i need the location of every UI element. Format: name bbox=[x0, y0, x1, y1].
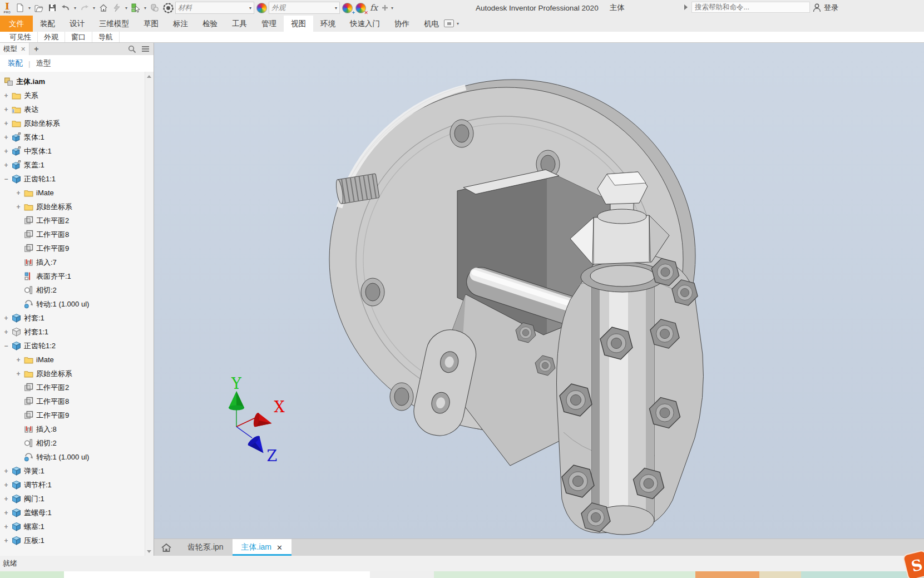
parameters-fx-icon[interactable]: fx bbox=[368, 2, 380, 14]
ribbon-tab-管理[interactable]: 管理 bbox=[254, 16, 284, 32]
open-file-icon[interactable] bbox=[33, 2, 45, 14]
tree-item[interactable]: 工作平面9 bbox=[0, 408, 145, 422]
search-flyout-icon[interactable] bbox=[684, 4, 688, 10]
tree-item[interactable]: +表达 bbox=[0, 102, 145, 116]
tree-expander[interactable]: − bbox=[2, 342, 10, 350]
material-dropdown[interactable]: 材料▾ bbox=[175, 2, 254, 14]
presentation-mode-button[interactable]: ▾ bbox=[444, 19, 460, 27]
tree-expander[interactable]: + bbox=[2, 537, 10, 545]
tree-expander[interactable]: + bbox=[14, 370, 22, 378]
tree-item[interactable]: +原始坐标系 bbox=[0, 116, 145, 130]
tree-item[interactable]: 工作平面8 bbox=[0, 394, 145, 408]
tree-item[interactable]: 工作平面2 bbox=[0, 214, 145, 228]
material-sphere-icon[interactable] bbox=[162, 2, 174, 14]
tree-item[interactable]: +iMate bbox=[0, 186, 145, 200]
home-tab-button[interactable] bbox=[154, 539, 179, 556]
save-icon[interactable] bbox=[46, 2, 58, 14]
doc-tab-齿轮泵.ipn[interactable]: 齿轮泵.ipn bbox=[179, 539, 233, 556]
tree-expander[interactable]: − bbox=[2, 175, 10, 183]
mode-modeling[interactable]: 造型 bbox=[36, 58, 51, 68]
ribbon-tab-三维模型[interactable]: 三维模型 bbox=[92, 16, 136, 32]
tree-item[interactable]: +螺塞:1 bbox=[0, 520, 145, 533]
select-icon[interactable] bbox=[130, 2, 142, 14]
tree-item[interactable]: −正齿轮1:2 bbox=[0, 339, 145, 353]
tree-item[interactable]: +衬套1:1 bbox=[0, 325, 145, 339]
browser-tab-close-icon[interactable]: ✕ bbox=[21, 46, 26, 53]
tree-expander[interactable]: + bbox=[2, 161, 10, 169]
tree-item[interactable]: +盖螺母:1 bbox=[0, 506, 145, 520]
tree-item[interactable]: 表面齐平:1 bbox=[0, 269, 145, 283]
search-input[interactable] bbox=[691, 2, 810, 13]
tree-item[interactable]: +泵体:1 bbox=[0, 130, 145, 144]
tree-expander[interactable]: + bbox=[2, 467, 10, 475]
adjust-appearance-icon[interactable]: + bbox=[341, 2, 353, 14]
tree-item[interactable]: 相切:2 bbox=[0, 436, 145, 450]
tree-item[interactable]: +压板:1 bbox=[0, 533, 145, 547]
doc-tab-close-icon[interactable]: ✕ bbox=[276, 544, 283, 552]
tree-expander[interactable]: + bbox=[2, 314, 10, 322]
ribbon-tab-装配[interactable]: 装配 bbox=[33, 16, 62, 32]
tree-item[interactable]: +调节杆:1 bbox=[0, 478, 145, 492]
copy-properties-icon[interactable] bbox=[149, 2, 161, 14]
tree-expander[interactable]: + bbox=[2, 523, 10, 531]
tree-item[interactable]: +iMate bbox=[0, 353, 145, 367]
ribbon-tab-检验[interactable]: 检验 bbox=[195, 16, 225, 32]
redo-dropdown[interactable]: ▾ bbox=[92, 6, 96, 11]
ribbon-tab-机电[interactable]: 机电 bbox=[417, 16, 446, 32]
new-file-icon[interactable] bbox=[14, 2, 26, 14]
undo-dropdown[interactable]: ▾ bbox=[73, 6, 77, 11]
inventor-logo-icon[interactable]: IPRO bbox=[2, 1, 13, 14]
add-command-icon[interactable] bbox=[381, 2, 389, 14]
tree-expander[interactable]: + bbox=[2, 328, 10, 336]
tree-expander[interactable]: + bbox=[2, 92, 10, 100]
ribbon-tab-工具[interactable]: 工具 bbox=[225, 16, 254, 32]
ribbon-tab-标注[interactable]: 标注 bbox=[166, 16, 195, 32]
ribbon-tab-环境[interactable]: 环境 bbox=[313, 16, 343, 32]
tree-item[interactable]: 转动:1 (1.000 ul) bbox=[0, 450, 145, 464]
tree-expander[interactable]: + bbox=[2, 134, 10, 141]
ribbon-tab-视图[interactable]: 视图 bbox=[284, 16, 313, 32]
tree-scrollbar[interactable] bbox=[145, 72, 154, 556]
tree-item[interactable]: 相切:2 bbox=[0, 283, 145, 297]
home-icon[interactable] bbox=[97, 2, 110, 14]
ribbon-tab-草图[interactable]: 草图 bbox=[136, 16, 166, 32]
tree-expander[interactable]: + bbox=[2, 481, 10, 489]
tree-expander[interactable]: + bbox=[2, 120, 10, 127]
browser-menu-icon[interactable] bbox=[142, 46, 149, 52]
browser-tab-model[interactable]: 模型 ✕ bbox=[0, 43, 29, 55]
customize-qat-dropdown[interactable]: ▾ bbox=[390, 6, 394, 11]
redo-icon[interactable] bbox=[78, 2, 91, 14]
tree-expander[interactable]: + bbox=[2, 147, 10, 155]
tree-item[interactable]: +弹簧:1 bbox=[0, 464, 145, 478]
tree-item[interactable]: +衬套:1 bbox=[0, 311, 145, 325]
panel-外观[interactable]: 外观 bbox=[38, 32, 65, 42]
tree-item[interactable]: 工作平面9 bbox=[0, 241, 145, 255]
mode-assembly[interactable]: 装配 bbox=[8, 58, 23, 68]
scroll-up-icon[interactable] bbox=[147, 75, 151, 78]
sketch-return-dropdown[interactable]: ▾ bbox=[124, 6, 129, 11]
select-dropdown[interactable]: ▾ bbox=[143, 6, 147, 11]
tree-item[interactable]: +泵盖:1 bbox=[0, 158, 145, 172]
appearance-dropdown[interactable]: 外观▾ bbox=[269, 2, 340, 14]
tree-item[interactable]: 工作平面2 bbox=[0, 381, 145, 394]
panel-可见性[interactable]: 可见性 bbox=[3, 32, 38, 42]
tree-item[interactable]: +阀门:1 bbox=[0, 492, 145, 506]
tree-expander[interactable]: + bbox=[2, 509, 10, 517]
tree-item[interactable]: +原始坐标系 bbox=[0, 367, 145, 381]
viewport-3d[interactable]: Y X Z bbox=[154, 43, 924, 539]
new-file-dropdown[interactable]: ▾ bbox=[27, 6, 32, 11]
browser-search-icon[interactable] bbox=[128, 45, 136, 53]
tree-item[interactable]: 主体.iam bbox=[0, 75, 145, 88]
tree-expander[interactable]: + bbox=[14, 189, 22, 197]
tree-item[interactable]: +原始坐标系 bbox=[0, 200, 145, 214]
tree-item[interactable]: 工作平面8 bbox=[0, 228, 145, 241]
tree-expander[interactable]: + bbox=[14, 356, 22, 364]
login-button[interactable]: 登录 bbox=[813, 0, 838, 16]
clear-appearance-icon[interactable]: ✕ bbox=[354, 2, 367, 14]
tree-item[interactable]: +关系 bbox=[0, 88, 145, 102]
tree-item[interactable]: +中泵体:1 bbox=[0, 144, 145, 158]
ribbon-tab-协作[interactable]: 协作 bbox=[387, 16, 417, 32]
tree-expander[interactable]: + bbox=[2, 495, 10, 503]
scroll-down-icon[interactable] bbox=[147, 550, 151, 553]
panel-窗口[interactable]: 窗口 bbox=[65, 32, 92, 42]
